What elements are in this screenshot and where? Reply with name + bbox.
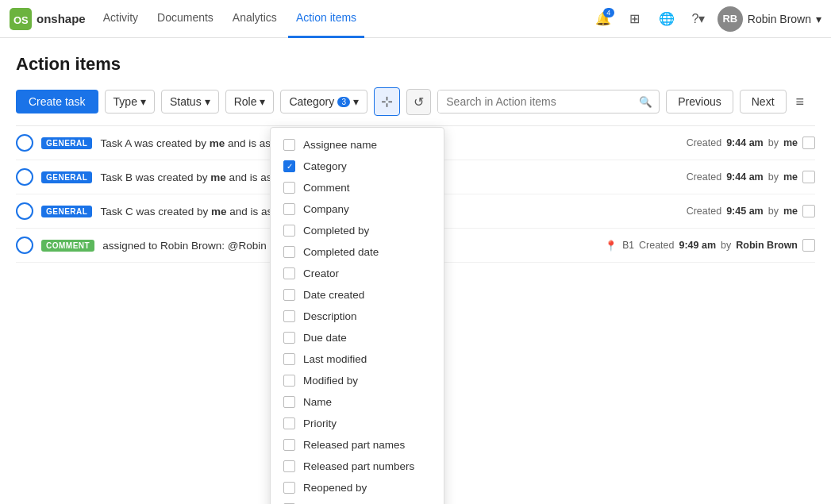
role-filter-label: Role xyxy=(234,95,257,108)
user-menu-chevron: ▾ xyxy=(816,13,821,25)
pin-label: B1 xyxy=(622,240,634,251)
task-by-label: by xyxy=(768,206,779,217)
status-chevron-icon: ▾ xyxy=(205,95,210,108)
task-meta: 📍 B1 Created 9:49 am by Robin Brown xyxy=(605,239,815,252)
column-label: Category xyxy=(303,160,347,172)
search-input[interactable] xyxy=(438,90,633,113)
task-created-label: Created xyxy=(687,137,721,148)
search-icon: 🔍 xyxy=(639,96,652,108)
list-item[interactable]: Company xyxy=(271,198,444,220)
list-item[interactable]: Assignee name xyxy=(271,134,444,156)
task-time: 9:44 am xyxy=(726,171,764,183)
list-item[interactable]: Completed by xyxy=(271,220,444,241)
logo[interactable]: OS onshape xyxy=(10,8,86,30)
nav-documents[interactable]: Documents xyxy=(149,0,221,38)
list-item[interactable]: ✓Category xyxy=(271,156,444,177)
type-filter-label: Type xyxy=(113,95,137,108)
task-user: me xyxy=(783,171,798,183)
column-label: Completed date xyxy=(303,246,379,258)
history-button[interactable]: ↺ xyxy=(406,89,431,115)
list-item[interactable]: Comment xyxy=(271,177,444,198)
search-button[interactable]: 🔍 xyxy=(633,91,659,113)
task-badge: GENERAL xyxy=(41,171,92,183)
column-label: Completed by xyxy=(303,225,369,237)
task-user: me xyxy=(783,137,798,148)
task-badge: COMMENT xyxy=(41,240,94,252)
task-checkbox[interactable] xyxy=(802,239,815,252)
task-user: Robin Brown xyxy=(736,240,798,251)
list-item[interactable]: Completed date xyxy=(271,241,444,263)
next-button[interactable]: Next xyxy=(740,90,787,113)
list-view-icon: ≡ xyxy=(796,94,805,110)
task-status-circle[interactable] xyxy=(16,202,33,220)
type-chevron-icon: ▾ xyxy=(140,95,146,108)
user-name: Robin Brown xyxy=(748,13,811,25)
grid-button[interactable]: ⊞ xyxy=(622,6,648,32)
task-meta: Created 9:44 am by me xyxy=(687,137,815,149)
columns-toggle-button[interactable]: ⊹ xyxy=(374,87,400,116)
column-checkbox[interactable] xyxy=(283,182,295,194)
category-filter-badge: 3 xyxy=(337,97,350,107)
svg-text:OS: OS xyxy=(13,14,29,26)
role-filter-button[interactable]: Role ▾ xyxy=(225,90,275,113)
task-meta: Created 9:44 am by me xyxy=(687,171,815,183)
column-checkbox[interactable] xyxy=(283,246,295,258)
task-checkbox[interactable] xyxy=(802,171,815,183)
nav-action-items[interactable]: Action items xyxy=(288,0,364,38)
column-checkbox[interactable] xyxy=(283,139,295,151)
task-time: 9:44 am xyxy=(726,137,764,148)
column-checkbox[interactable] xyxy=(283,203,295,215)
avatar: RB xyxy=(718,6,743,32)
task-by-label: by xyxy=(768,137,779,148)
task-created-label: Created xyxy=(687,171,721,183)
status-filter-button[interactable]: Status ▾ xyxy=(161,90,219,113)
help-icon: ? xyxy=(691,12,698,26)
task-user: me xyxy=(783,206,798,217)
notification-badge: 4 xyxy=(603,8,614,17)
task-status-circle[interactable] xyxy=(16,237,33,254)
task-badge: GENERAL xyxy=(41,137,92,149)
column-label: Assignee name xyxy=(303,139,377,151)
help-button[interactable]: ?▾ xyxy=(686,6,711,32)
globe-button[interactable]: 🌐 xyxy=(654,6,679,32)
task-checkbox[interactable] xyxy=(802,205,815,217)
notifications-button[interactable]: 🔔 4 xyxy=(591,6,616,32)
column-label: Comment xyxy=(303,182,350,194)
column-label: Company xyxy=(303,203,349,215)
task-by-label: by xyxy=(768,171,779,183)
type-filter-button[interactable]: Type ▾ xyxy=(105,90,155,113)
category-filter-button[interactable]: Category 3 ▾ xyxy=(280,90,367,113)
task-status-circle[interactable] xyxy=(16,134,33,152)
task-time: 9:45 am xyxy=(726,206,764,217)
task-by-label: by xyxy=(721,240,731,251)
task-time: 9:49 am xyxy=(679,240,716,251)
column-checkbox[interactable]: ✓ xyxy=(283,160,295,172)
previous-button[interactable]: Previous xyxy=(666,90,733,113)
task-checkbox[interactable] xyxy=(802,137,815,149)
history-icon: ↺ xyxy=(414,94,424,110)
column-checkbox[interactable] xyxy=(283,225,295,237)
create-task-button[interactable]: Create task xyxy=(16,90,98,113)
nav-right: 🔔 4 ⊞ 🌐 ?▾ RB Robin Brown ▾ xyxy=(591,6,821,32)
columns-icon: ⊹ xyxy=(381,93,393,110)
task-created-label: Created xyxy=(639,240,674,251)
role-chevron-icon: ▾ xyxy=(260,95,265,108)
status-filter-label: Status xyxy=(170,95,202,108)
page-title: Action items xyxy=(16,54,815,75)
search-bar: 🔍 xyxy=(437,90,660,113)
nav-activity[interactable]: Activity xyxy=(95,0,146,38)
category-filter-label: Category xyxy=(289,95,334,108)
user-menu[interactable]: RB Robin Brown ▾ xyxy=(718,6,821,32)
category-chevron-icon: ▾ xyxy=(353,95,359,108)
logo-text: onshape xyxy=(37,12,86,25)
navbar: OS onshape Activity Documents Analytics … xyxy=(0,0,831,38)
task-created-label: Created xyxy=(687,206,721,217)
task-badge: GENERAL xyxy=(41,206,92,217)
pin-icon: 📍 xyxy=(605,240,617,252)
onshape-logo-icon: OS xyxy=(10,8,32,30)
nav-analytics[interactable]: Analytics xyxy=(225,0,285,38)
task-meta: Created 9:45 am by me xyxy=(687,205,815,217)
toolbar: Create task Type ▾ Status ▾ Role ▾ Categ… xyxy=(16,87,815,116)
task-status-circle[interactable] xyxy=(16,168,33,186)
list-view-button[interactable]: ≡ xyxy=(793,90,808,113)
